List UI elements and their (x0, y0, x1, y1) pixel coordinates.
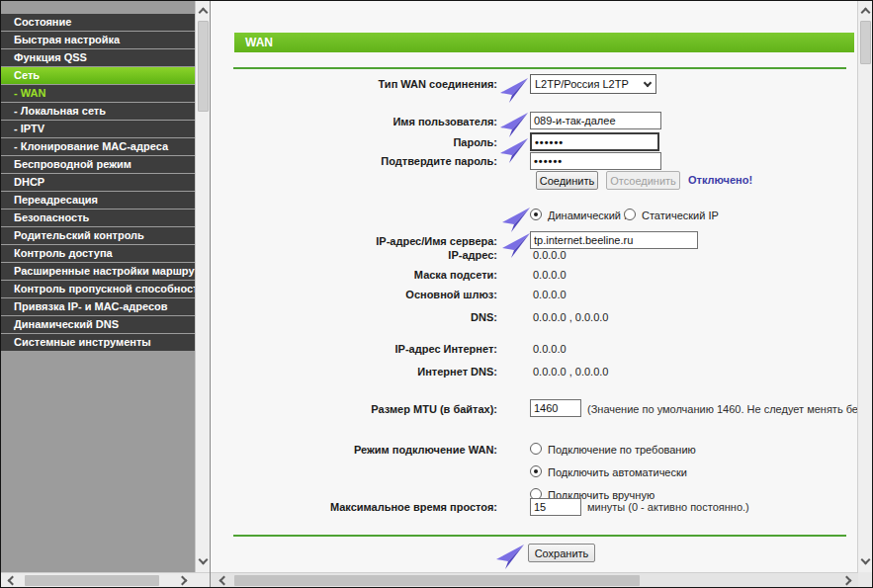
bottom-rule (233, 535, 846, 537)
sidebar-item-wireless[interactable]: Беспроводной режим (1, 156, 195, 173)
confirm-password-input[interactable] (530, 152, 661, 170)
gateway-label: Основной шлюз: (211, 289, 497, 300)
scrollbar-corner (858, 572, 872, 587)
sidebar-item-security[interactable]: Безопасность (1, 210, 195, 226)
sidebar-item-status[interactable]: Состояние (1, 14, 195, 31)
internet-ip-label: IP-адрес Интернет: (211, 343, 497, 355)
pointer-arrow-icon (501, 207, 531, 233)
mtu-input[interactable] (530, 399, 581, 417)
sidebar-item-system-tools[interactable]: Системные инструменты (1, 334, 195, 351)
scroll-down-icon[interactable] (199, 555, 209, 565)
wan-settings-panel: WAN Тип WAN соединения: L2TP/Россия L2TP… (211, 1, 859, 574)
subnet-mask-value: 0.0.0.0 (533, 269, 567, 281)
max-idle-time-suffix: минуты (0 - активно постоянно.) (587, 501, 854, 513)
sidebar-item-advanced-routing[interactable]: Расширенные настройки маршрутизации (1, 263, 195, 280)
sidebar-vertical-scrollbar[interactable] (195, 1, 210, 574)
max-idle-time-input[interactable] (530, 498, 581, 516)
main-hscroll-thumb[interactable] (234, 575, 640, 586)
gateway-value: 0.0.0.0 (533, 289, 567, 300)
sidebar-item-quick-setup[interactable]: Быстрая настройка (1, 32, 195, 48)
internet-ip-value: 0.0.0.0 (533, 343, 567, 355)
server-name-label: IP-адрес/Имя сервера: (211, 235, 497, 247)
dynamic-ip-radio[interactable] (530, 209, 542, 220)
scroll-down-icon[interactable] (861, 555, 871, 565)
max-idle-time-label: Максимальное время простоя: (211, 501, 497, 513)
connect-on-demand-label[interactable]: Подключение по требованию (548, 444, 696, 456)
pointer-arrow-icon (499, 137, 529, 164)
sidebar-scrollbar-thumb[interactable] (198, 21, 209, 112)
scroll-up-icon[interactable] (861, 8, 871, 18)
sidebar-item-lan[interactable]: - Локальная сеть (1, 103, 195, 120)
sidebar-hscroll-thumb[interactable] (25, 575, 159, 586)
scroll-right-icon[interactable] (842, 576, 852, 586)
main-vertical-scrollbar[interactable] (857, 1, 872, 574)
router-admin-window: Состояние Быстрая настройка Функция QSS … (0, 0, 873, 588)
sidebar-item-mac-clone[interactable]: - Клонирование MAC-адреса (1, 138, 195, 155)
scroll-up-icon[interactable] (199, 8, 209, 18)
wan-mode-label: Режим подключение WAN: (211, 444, 497, 456)
password-input[interactable] (530, 132, 659, 151)
connect-automatically-label[interactable]: Подключить автоматически (548, 466, 687, 478)
sidebar-item-ddns[interactable]: Динамический DNS (1, 316, 195, 333)
disconnect-button[interactable]: Отсоединить (606, 171, 680, 190)
server-name-input[interactable] (530, 231, 698, 249)
sidebar-item-ip-mac-binding[interactable]: Привязка IP- и MAC-адресов (1, 298, 195, 315)
main-scrollbar-thumb[interactable] (860, 21, 871, 64)
pointer-arrow-icon (499, 77, 529, 104)
connect-button[interactable]: Соединить (536, 171, 598, 190)
sidebar-item-dhcp[interactable]: DHCP (1, 174, 195, 191)
dns-label: DNS: (211, 311, 497, 323)
sidebar-item-bandwidth-control[interactable]: Контроль пропускной способности (1, 281, 195, 297)
wan-type-select[interactable]: L2TP/Россия L2TP (530, 74, 656, 94)
pointer-arrow-icon (495, 544, 525, 570)
static-ip-label[interactable]: Статический IP (642, 210, 719, 221)
username-input[interactable] (530, 112, 661, 129)
scroll-left-icon[interactable] (219, 576, 229, 586)
chevron-down-icon (644, 79, 652, 87)
scroll-left-icon[interactable] (8, 576, 18, 586)
connect-automatically-radio[interactable] (530, 465, 542, 477)
mtu-hint: (Значение по умолчанию 1460. Не следует … (587, 403, 859, 415)
static-ip-radio[interactable] (624, 209, 636, 220)
sidebar-item-parental-control[interactable]: Родительский контроль (1, 227, 195, 244)
pointer-arrow-icon (499, 112, 529, 138)
sidebar-menu: Состояние Быстрая настройка Функция QSS … (1, 14, 195, 352)
internet-dns-label: Интернет DNS: (211, 366, 497, 378)
dns-value: 0.0.0.0 , 0.0.0.0 (533, 311, 608, 323)
wan-type-label: Тип WAN соединения: (211, 78, 497, 90)
sidebar-item-forwarding[interactable]: Переадресация (1, 192, 195, 209)
mtu-label: Размер MTU (в байтах): (211, 403, 497, 415)
save-button[interactable]: Сохранить (528, 544, 595, 562)
scroll-right-icon[interactable] (178, 576, 188, 586)
sidebar-item-qss[interactable]: Функция QSS (1, 49, 195, 66)
confirm-password-label: Подтвердите пароль: (211, 155, 497, 167)
main-horizontal-scrollbar[interactable] (211, 572, 860, 587)
ip-address-label: IP-адрес: (211, 249, 497, 261)
sidebar-item-network[interactable]: Сеть (1, 67, 195, 84)
connect-on-demand-radio[interactable] (530, 443, 542, 455)
sidebar-item-wan[interactable]: - WAN (1, 85, 195, 102)
connection-status: Отключено! (688, 174, 752, 186)
ip-address-value: 0.0.0.0 (533, 249, 567, 261)
dynamic-ip-label[interactable]: Динамический IP (548, 210, 634, 221)
page-title: WAN (234, 33, 854, 52)
sidebar: Состояние Быстрая настройка Функция QSS … (1, 1, 195, 574)
internet-dns-value: 0.0.0.0 , 0.0.0.0 (533, 366, 608, 378)
sidebar-item-access-control[interactable]: Контроль доступа (1, 245, 195, 262)
subnet-mask-label: Маска подсети: (211, 269, 497, 281)
username-label: Имя пользователя: (211, 116, 497, 127)
password-label: Пароль: (211, 136, 497, 148)
sidebar-horizontal-scrollbar[interactable] (1, 572, 210, 587)
sidebar-item-iptv[interactable]: - IPTV (1, 121, 195, 137)
wan-type-selected-value: L2TP/Россия L2TP (535, 78, 629, 90)
pointer-arrow-icon (501, 232, 531, 259)
top-rule (233, 67, 846, 69)
